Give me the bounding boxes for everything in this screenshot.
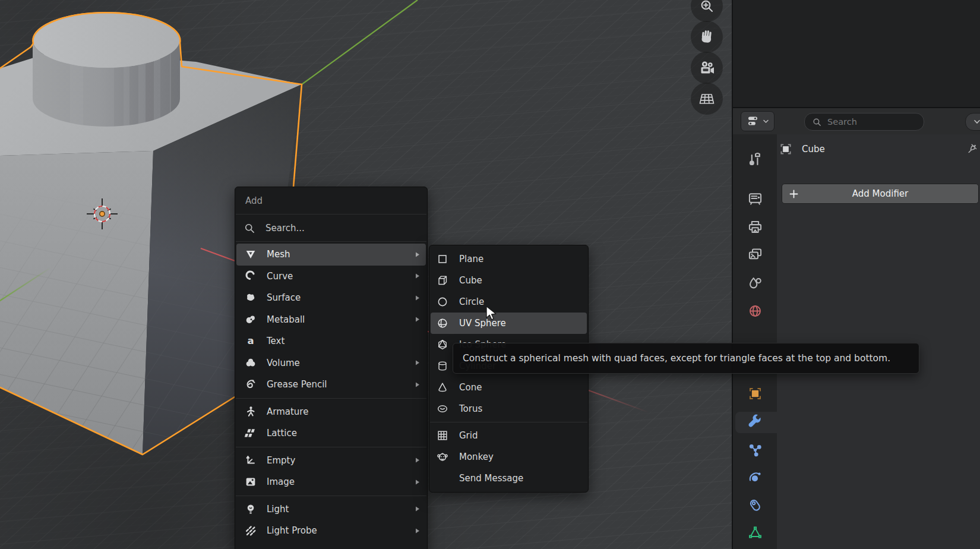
menu-item-light[interactable]: Light: [236, 498, 426, 520]
add-menu-title: Add: [235, 187, 427, 214]
render-icon: [747, 190, 763, 206]
submenu-item-grid[interactable]: Grid: [431, 425, 587, 446]
camera-view-gizmo[interactable]: [691, 52, 723, 84]
submenu-arrow-icon: [415, 251, 420, 258]
tab-object[interactable]: [733, 380, 777, 407]
properties-search-input[interactable]: Search: [804, 113, 924, 131]
output-icon: [747, 219, 763, 235]
curve-icon: [244, 270, 257, 283]
tooltip-text: Construct a spherical mesh with quad fac…: [463, 353, 890, 364]
tab-output[interactable]: [733, 213, 777, 240]
submenu-arrow-icon: [415, 479, 420, 485]
menu-item-grease-pencil[interactable]: Grease Pencil: [236, 374, 426, 396]
mouse-cursor: [485, 305, 500, 322]
menu-item-curve[interactable]: Curve: [236, 266, 426, 288]
submenu-arrow-icon: [415, 506, 420, 512]
cylinder-icon: [436, 359, 449, 373]
submenu-arrow-icon: [415, 316, 420, 323]
properties-editor: Search: [732, 0, 980, 549]
constraint-icon: [747, 497, 763, 513]
add-modifier-label: Add Modifier: [782, 188, 978, 199]
lattice-icon: [244, 427, 257, 440]
chevron-down-icon: [974, 119, 980, 124]
scene-icon: [747, 275, 763, 291]
tab-tool[interactable]: [733, 146, 777, 173]
menu-item-light-probe[interactable]: Light Probe: [236, 520, 426, 542]
submenu-item-plane[interactable]: Plane: [431, 248, 587, 270]
perspective-gizmo[interactable]: [691, 83, 723, 115]
torus-icon: [436, 402, 449, 415]
menu-item-lattice[interactable]: Lattice: [236, 422, 426, 444]
breadcrumb: Cube: [778, 141, 825, 157]
zoom-icon: [698, 0, 716, 15]
ico-sphere-icon: [436, 338, 449, 351]
pan-gizmo[interactable]: [691, 21, 723, 53]
modifier-wrench-icon: [747, 414, 763, 430]
volume-icon: [244, 356, 257, 370]
submenu-item-torus[interactable]: Torus: [431, 398, 587, 419]
tab-object-data[interactable]: [733, 519, 777, 546]
plane-icon: [436, 253, 449, 266]
tool-icon: [747, 152, 763, 168]
uv-sphere-tooltip: Construct a spherical mesh with quad fac…: [453, 343, 919, 374]
view-layer-icon: [747, 247, 763, 263]
object-breadcrumb-icon[interactable]: [778, 141, 794, 157]
no-icon: [436, 472, 449, 485]
menu-search-label: Search...: [265, 223, 305, 234]
filter-options-button[interactable]: [965, 113, 980, 131]
image-icon: [244, 475, 257, 488]
grease-pencil-icon: [244, 378, 257, 391]
menu-item-surface[interactable]: Surface: [236, 287, 426, 309]
submenu-arrow-icon: [415, 295, 420, 301]
submenu-item-circle[interactable]: Circle: [431, 291, 587, 313]
submenu-item-send-message[interactable]: Send Message: [431, 468, 587, 489]
menu-item-empty[interactable]: Empty: [236, 450, 426, 472]
physics-icon: [747, 469, 763, 485]
menu-search-item[interactable]: Search...: [235, 214, 427, 241]
tab-physics[interactable]: [733, 463, 777, 491]
submenu-item-cone[interactable]: Cone: [431, 377, 587, 398]
editor-type-button[interactable]: [741, 111, 774, 131]
submenu-arrow-icon: [415, 457, 420, 463]
properties-header: Search: [733, 108, 980, 134]
text-icon: a: [244, 335, 257, 348]
add-modifier-button[interactable]: Add Modifier: [782, 184, 979, 204]
monkey-icon: [436, 450, 449, 463]
menu-item-armature[interactable]: Armature: [236, 401, 426, 423]
submenu-item-monkey[interactable]: Monkey: [431, 446, 587, 468]
tab-particles[interactable]: [733, 436, 777, 463]
search-icon: [243, 222, 256, 235]
submenu-arrow-icon: [415, 528, 420, 534]
empty-icon: [244, 454, 257, 467]
world-icon: [747, 303, 763, 319]
menu-item-metaball[interactable]: Metaball: [236, 309, 426, 331]
cube-icon: [436, 274, 449, 287]
submenu-arrow-icon: [415, 381, 420, 388]
particles-icon: [747, 442, 763, 458]
menu-item-image[interactable]: Image: [236, 471, 426, 493]
menu-item-mesh[interactable]: Mesh: [236, 244, 426, 266]
camera-icon: [697, 58, 716, 77]
submenu-item-cube[interactable]: Cube: [431, 270, 587, 291]
tab-world[interactable]: [733, 297, 777, 324]
tab-render[interactable]: [733, 184, 777, 212]
properties-tab-strip: [733, 134, 777, 549]
submenu-item-uv-sphere[interactable]: UV Sphere: [431, 313, 587, 334]
menu-item-volume[interactable]: Volume: [236, 352, 426, 374]
properties-main-area: Cube Add Modifier: [777, 134, 980, 549]
submenu-arrow-icon: [415, 359, 420, 366]
armature-icon: [244, 405, 257, 418]
pin-icon[interactable]: [967, 143, 980, 156]
properties-editor-icon: [747, 114, 761, 128]
object-data-icon: [747, 525, 763, 541]
tab-scene[interactable]: [733, 269, 777, 296]
tab-view-layer[interactable]: [733, 241, 777, 268]
tab-modifiers[interactable]: [733, 408, 777, 436]
menu-item-text[interactable]: a Text: [236, 330, 426, 352]
light-icon: [244, 503, 257, 516]
chevron-down-icon: [763, 119, 769, 124]
tab-constraints[interactable]: [733, 491, 777, 519]
outliner-empty-area[interactable]: [733, 0, 980, 108]
breadcrumb-object-name[interactable]: Cube: [802, 144, 825, 154]
light-probe-icon: [244, 524, 257, 537]
